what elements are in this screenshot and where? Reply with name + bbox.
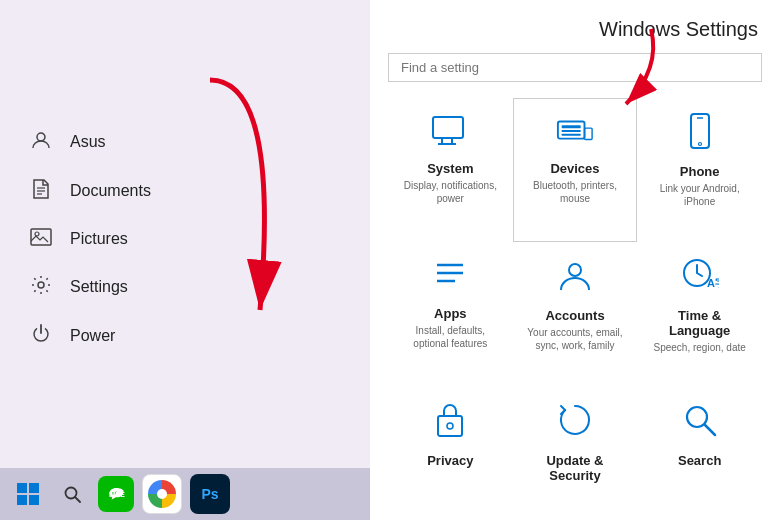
system-icon (431, 113, 469, 155)
settings-item-system[interactable]: System Display, notifications, power (388, 98, 513, 242)
photoshop-label: Ps (201, 486, 218, 502)
phone-name: Phone (680, 164, 720, 179)
menu-items-list: Asus Documents (0, 0, 370, 468)
svg-text:A字: A字 (707, 277, 719, 289)
settings-grid: System Display, notifications, power Dev… (388, 98, 762, 520)
system-name: System (427, 161, 473, 176)
accounts-icon (557, 257, 593, 302)
pictures-icon (30, 228, 52, 251)
settings-item-update[interactable]: Update & Security (513, 387, 638, 520)
svg-rect-18 (562, 130, 581, 132)
svg-point-5 (35, 232, 39, 236)
privacy-icon (436, 402, 464, 447)
svg-rect-12 (433, 117, 463, 138)
svg-point-32 (447, 423, 453, 429)
phone-desc: Link your Android, iPhone (646, 182, 753, 208)
svg-rect-31 (438, 416, 462, 436)
settings-item-privacy[interactable]: Privacy (388, 387, 513, 520)
phone-icon (689, 113, 711, 158)
devices-icon (556, 113, 594, 155)
apps-name: Apps (434, 306, 467, 321)
svg-point-0 (37, 133, 45, 141)
document-icon (30, 179, 52, 204)
taskbar-search-button[interactable] (54, 476, 90, 512)
devices-name: Devices (550, 161, 599, 176)
menu-item-documents[interactable]: Documents (0, 167, 370, 216)
svg-point-33 (687, 407, 707, 427)
svg-line-34 (705, 425, 715, 435)
chrome-icon (148, 480, 176, 508)
taskbar: LINE Ps (0, 468, 370, 520)
time-language-icon: A字 (681, 257, 719, 302)
start-menu: Asus Documents (0, 0, 370, 520)
settings-item-search[interactable]: Search (637, 387, 762, 520)
svg-rect-20 (584, 128, 592, 139)
svg-text:LINE: LINE (109, 491, 125, 498)
search-name: Search (678, 453, 721, 468)
svg-point-28 (569, 264, 581, 276)
windows-logo-icon (17, 483, 39, 505)
apps-icon (433, 257, 467, 300)
menu-item-documents-label: Documents (70, 182, 151, 200)
svg-rect-19 (562, 134, 581, 136)
settings-item-time[interactable]: A字 Time & Language Speech, region, date (637, 242, 762, 388)
system-desc: Display, notifications, power (397, 179, 504, 205)
search-settings-icon (682, 402, 718, 447)
settings-title: Windows Settings (388, 18, 762, 41)
svg-rect-4 (31, 229, 51, 245)
privacy-name: Privacy (427, 453, 473, 468)
taskbar-app-line[interactable]: LINE (98, 476, 134, 512)
menu-item-power-label: Power (70, 327, 115, 345)
menu-item-pictures[interactable]: Pictures (0, 216, 370, 263)
settings-icon (30, 275, 52, 300)
person-icon (30, 130, 52, 155)
settings-item-phone[interactable]: Phone Link your Android, iPhone (637, 98, 762, 242)
menu-item-asus[interactable]: Asus (0, 118, 370, 167)
menu-item-power[interactable]: Power (0, 312, 370, 361)
accounts-desc: Your accounts, email, sync, work, family (522, 326, 629, 352)
settings-item-apps[interactable]: Apps Install, defaults, optional feature… (388, 242, 513, 388)
menu-item-asus-label: Asus (70, 133, 106, 151)
settings-item-devices[interactable]: Devices Bluetooth, printers, mouse (513, 98, 638, 242)
update-security-icon (557, 402, 593, 447)
svg-point-24 (698, 143, 701, 146)
devices-desc: Bluetooth, printers, mouse (522, 179, 629, 205)
time-desc: Speech, region, date (654, 341, 746, 354)
menu-item-settings[interactable]: Settings (0, 263, 370, 312)
svg-rect-17 (562, 125, 581, 128)
windows-start-button[interactable] (10, 476, 46, 512)
power-icon (30, 324, 52, 349)
svg-point-6 (38, 282, 44, 288)
update-name: Update & Security (522, 453, 629, 483)
accounts-name: Accounts (545, 308, 604, 323)
time-name: Time & Language (646, 308, 753, 338)
taskbar-app-chrome[interactable] (142, 474, 182, 514)
settings-item-accounts[interactable]: Accounts Your accounts, email, sync, wor… (513, 242, 638, 388)
menu-item-settings-label: Settings (70, 278, 128, 296)
svg-line-9 (75, 497, 80, 502)
taskbar-app-photoshop[interactable]: Ps (190, 474, 230, 514)
settings-search-input[interactable] (388, 53, 762, 82)
menu-item-pictures-label: Pictures (70, 230, 128, 248)
settings-panel: Windows Settings System Display, notific… (370, 0, 780, 520)
apps-desc: Install, defaults, optional features (397, 324, 504, 350)
